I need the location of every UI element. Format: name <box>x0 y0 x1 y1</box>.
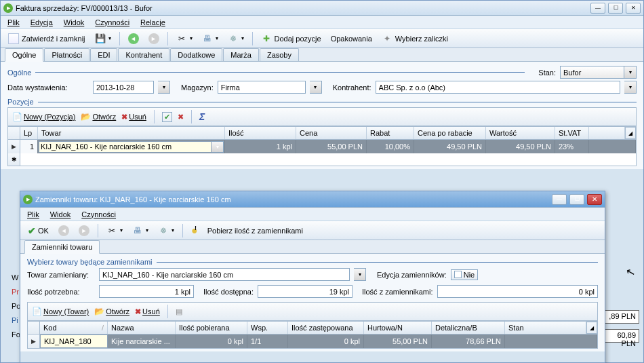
inner-minimize-button[interactable]: — <box>552 194 567 205</box>
forward-button[interactable] <box>145 31 163 46</box>
print-icon <box>202 33 213 44</box>
nie-button[interactable]: Nie <box>451 269 479 280</box>
inner-maximize-button[interactable]: ☐ <box>569 194 584 205</box>
col-towar[interactable]: Towar <box>38 127 225 139</box>
menu-widok[interactable]: Widok <box>64 18 85 26</box>
pobierz-button[interactable]: Pobierz ilość z zamiennikami <box>188 223 306 239</box>
ilosc-zam-field[interactable] <box>437 285 598 298</box>
icol-iloscpob[interactable]: Ilość pobierana <box>176 322 247 334</box>
tab-marza[interactable]: Marża <box>223 48 259 61</box>
menu-plik[interactable]: Plik <box>7 18 20 26</box>
inner-menu-widok[interactable]: Widok <box>50 210 71 218</box>
ilosc-pot-field[interactable] <box>99 285 194 298</box>
date-field[interactable] <box>93 81 154 94</box>
icol-wsp[interactable]: Wsp. <box>247 322 288 334</box>
towar-zam-field[interactable] <box>99 268 350 281</box>
stan-field[interactable] <box>560 66 624 79</box>
open-position-button[interactable]: Otwórz <box>81 112 116 121</box>
tab-dodatkowe[interactable]: Dodatkowe <box>170 48 222 61</box>
icell-iloscpob: 0 kpl <box>176 335 247 348</box>
inner-grid: Kod / Nazwa Ilość pobierana Wsp. Ilość z… <box>27 321 598 349</box>
towar-zam-dropdown-icon[interactable]: ▾ <box>354 268 366 281</box>
sigma-icon <box>199 111 205 122</box>
stan-dropdown-icon[interactable]: ▾ <box>624 66 637 79</box>
cell-rabat: 10,00% <box>367 140 414 153</box>
column-picker[interactable]: ◢ <box>625 127 636 139</box>
warehouse-field[interactable] <box>218 81 306 94</box>
minimize-button[interactable]: — <box>590 3 605 14</box>
inner-delete-button[interactable]: ✖ Usuń <box>135 307 160 316</box>
inner-back-button[interactable] <box>55 223 73 238</box>
icol-stan[interactable]: Stan <box>505 322 586 334</box>
warehouse-dropdown-icon[interactable]: ▾ <box>310 81 322 94</box>
check-button[interactable]: ✔ <box>162 112 172 122</box>
back-button[interactable] <box>125 31 142 46</box>
date-dropdown-icon[interactable]: ▾ <box>158 81 170 94</box>
inner-section: Wybierz towary będące zamiennikami <box>27 258 153 266</box>
icol-nazwa[interactable]: Nazwa <box>108 322 176 334</box>
back-icon <box>58 225 69 236</box>
towar-input[interactable]: KIJ_NAR_160 - Kije narciarskie 160 cm <box>39 141 212 153</box>
icol-hurtowa[interactable]: Hurtowa/N <box>364 322 432 334</box>
col-cena[interactable]: Cena <box>296 127 367 139</box>
window-controls: — ☐ ✕ <box>590 3 641 14</box>
ok-button[interactable]: OK <box>24 223 52 238</box>
doc-icon <box>8 33 19 44</box>
section-ogolne: Ogólne <box>7 69 31 77</box>
inner-forward-button[interactable] <box>75 223 93 238</box>
inner-column-picker[interactable]: ◢ <box>586 322 597 334</box>
maximize-button[interactable]: ☐ <box>608 3 623 14</box>
inner-new-button[interactable]: Nowy (Towar) <box>32 307 89 316</box>
inner-close-button[interactable]: ✕ <box>587 194 602 205</box>
menu-relacje[interactable]: Relacje <box>140 18 165 26</box>
col-lp[interactable]: Lp <box>20 127 38 139</box>
tools-button[interactable]: ▾ <box>173 31 196 46</box>
sigma-button[interactable] <box>199 111 205 122</box>
contractor-dropdown-icon[interactable]: ▾ <box>624 81 637 94</box>
col-wartosc[interactable]: Wartość <box>486 127 555 139</box>
tab-zamienniki[interactable]: Zamienniki towaru <box>24 240 100 254</box>
select-advances-button[interactable]: Wybierz zaliczki <box>378 31 451 46</box>
contractor-field[interactable] <box>376 81 620 94</box>
save-button[interactable]: ▾ <box>92 31 115 46</box>
tab-platnosci[interactable]: Płatności <box>44 48 89 61</box>
ilosc-dost-field[interactable] <box>258 285 353 298</box>
menu-edycja[interactable]: Edycja <box>31 18 53 26</box>
icell-kod[interactable]: KIJ_NAR_180 <box>40 335 108 348</box>
delete-position-button[interactable]: ✖ Usuń <box>121 113 146 121</box>
tab-edi[interactable]: EDI <box>90 48 117 61</box>
inner-menu-plik[interactable]: Plik <box>27 210 39 218</box>
add-position-label: Dodaj pozycje <box>275 35 321 43</box>
x-icon: ✖ <box>178 113 184 121</box>
inner-open-button[interactable]: Otwórz <box>94 307 129 316</box>
inner-settings-button[interactable]: ▾ <box>155 223 178 238</box>
settings-button[interactable]: ▾ <box>224 31 247 46</box>
add-position-button[interactable]: Dodaj pozycje <box>258 31 325 46</box>
tab-ogolne[interactable]: Ogólne <box>5 48 43 62</box>
inner-extra-button[interactable]: ▤ <box>176 307 182 316</box>
towar-dropdown-icon[interactable]: ▾ <box>212 141 224 153</box>
new-position-button[interactable]: Nowy (Pozycja) <box>12 112 75 121</box>
col-ilosc[interactable]: Ilość <box>225 127 296 139</box>
inner-table-row[interactable]: KIJ_NAR_180 Kije narciarskie ... 0 kpl 1… <box>28 335 597 348</box>
col-cena-po-rabacie[interactable]: Cena po rabacie <box>414 127 486 139</box>
print-button[interactable]: ▾ <box>199 31 222 46</box>
new-row[interactable]: ✱ <box>8 153 636 166</box>
inner-tools-button[interactable]: ▾ <box>103 223 126 238</box>
icol-kod[interactable]: Kod / <box>40 322 108 334</box>
close-button[interactable]: ✕ <box>626 3 641 14</box>
tab-kontrahent[interactable]: Kontrahent <box>118 48 169 61</box>
inner-app-icon <box>23 195 33 204</box>
table-row[interactable]: 1 KIJ_NAR_160 - Kije narciarskie 160 cm … <box>8 140 636 153</box>
inner-menu-czynnosci[interactable]: Czynności <box>81 210 116 218</box>
menu-czynnosci[interactable]: Czynności <box>95 18 129 26</box>
tab-zasoby[interactable]: Zasoby <box>260 48 299 61</box>
x-button[interactable]: ✖ <box>178 113 184 121</box>
icol-detal[interactable]: Detaliczna/B <box>432 322 505 334</box>
col-rabat[interactable]: Rabat <box>367 127 414 139</box>
approve-close-button[interactable]: Zatwierdź i zamknij <box>5 31 89 46</box>
icol-ilosczast[interactable]: Ilość zastępowana <box>288 322 364 334</box>
col-stvat[interactable]: St.VAT <box>555 127 589 139</box>
inner-print-button[interactable]: ▾ <box>129 223 152 238</box>
packaging-button[interactable]: Opakowania <box>327 33 376 45</box>
